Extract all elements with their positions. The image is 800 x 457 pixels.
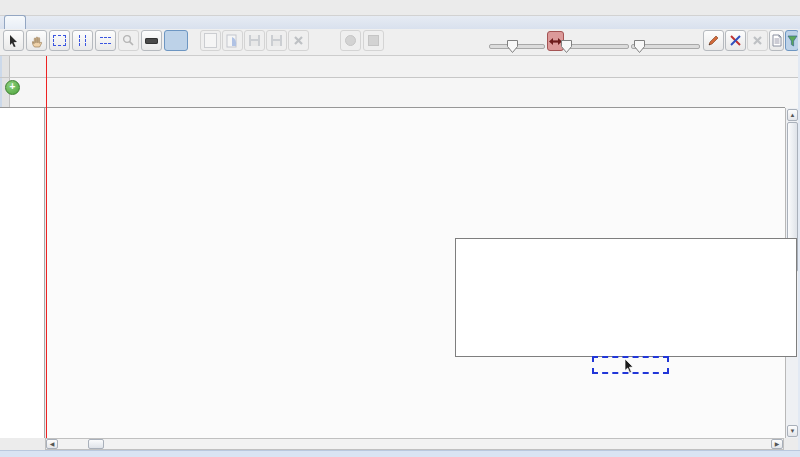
pointer-icon (7, 34, 20, 48)
filter-button[interactable] (785, 30, 799, 51)
clear-selection-button[interactable] (200, 30, 221, 51)
fft-selection-rect[interactable] (592, 356, 669, 374)
time-cursor-line (46, 56, 47, 438)
note-page-icon (772, 34, 782, 47)
toolbar (0, 29, 800, 56)
tab-bar (0, 16, 800, 30)
fft-popup (455, 238, 797, 357)
pencil-icon (707, 34, 720, 47)
app-window: + ▲ ▼ ◀ ▶ (0, 0, 800, 457)
mouse-cursor-icon (624, 358, 635, 374)
vertical-select-button[interactable] (72, 30, 93, 51)
stop-button[interactable] (363, 30, 384, 51)
add-tag-button[interactable]: + (5, 80, 20, 95)
splitter-strip[interactable] (0, 56, 10, 77)
record-button[interactable] (340, 30, 361, 51)
save-all-button[interactable] (266, 30, 287, 51)
menu-bar (0, 0, 800, 16)
tag-timeline-row: + (0, 78, 800, 108)
edit-tag-button[interactable] (703, 30, 724, 51)
fft-chart (456, 239, 796, 356)
window-bottom-frame (0, 450, 800, 457)
slider-thumb-icon (561, 40, 572, 53)
tools-cross-icon (729, 34, 742, 47)
channel-label-panel (0, 108, 45, 438)
horizontal-scroll-thumb[interactable] (88, 439, 104, 449)
pan-tool-button[interactable] (26, 30, 47, 51)
timeline-ruler[interactable] (46, 78, 785, 108)
page-blue-icon (226, 34, 239, 48)
close-file-button[interactable] (288, 30, 309, 51)
value-scale-slider[interactable] (562, 44, 629, 49)
measure-tool-button[interactable] (141, 30, 162, 51)
slider-thumb-icon (507, 40, 518, 53)
ruler-icon (145, 38, 158, 44)
pointer-tool-button[interactable] (3, 30, 24, 51)
save-button[interactable] (244, 30, 265, 51)
blank-page-icon (204, 33, 217, 48)
slider-thumb-icon (634, 40, 645, 53)
magnifier-icon (122, 34, 135, 47)
scroll-up-button[interactable]: ▲ (787, 109, 798, 121)
hypnogram-strip[interactable] (0, 55, 800, 78)
notes-button[interactable] (769, 30, 784, 51)
time-scale-thumb[interactable] (507, 39, 518, 52)
duplicate-view-button[interactable] (222, 30, 243, 51)
funnel-icon (787, 35, 798, 47)
horizontal-select-button[interactable] (95, 30, 116, 51)
record-icon (345, 35, 356, 46)
scroll-down-button[interactable]: ▼ (787, 425, 798, 437)
fft-button[interactable] (164, 30, 188, 51)
vertical-select-icon (79, 35, 86, 46)
delete-x-icon (752, 35, 763, 46)
tag-settings-button[interactable] (725, 30, 746, 51)
floppy-icon (248, 34, 261, 47)
box-select-icon (53, 35, 66, 46)
stop-icon (368, 35, 379, 46)
box-select-button[interactable] (49, 30, 70, 51)
tab-inb05[interactable] (4, 15, 26, 29)
scroll-left-button[interactable]: ◀ (46, 439, 58, 449)
close-x-icon (293, 35, 304, 46)
floppy-multi-icon (270, 34, 283, 47)
horizontal-scrollbar[interactable]: ◀ ▶ (45, 438, 784, 450)
value-scale-thumb[interactable] (561, 39, 572, 52)
scroll-right-button[interactable]: ▶ (771, 439, 783, 449)
horizontal-select-icon (100, 37, 111, 44)
channel-height-thumb[interactable] (634, 39, 645, 52)
delete-tag-button[interactable] (747, 30, 768, 51)
zoom-tool-button[interactable] (118, 30, 139, 51)
hand-icon (30, 34, 44, 48)
